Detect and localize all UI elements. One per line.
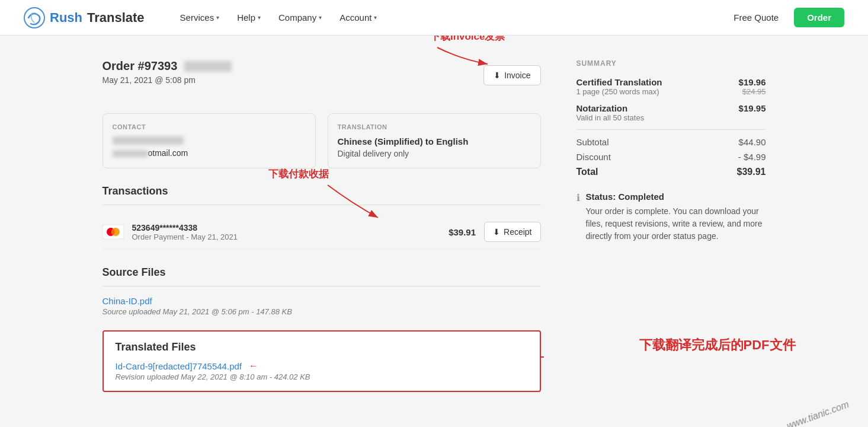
- transaction-card-number: 523649******4338: [132, 223, 441, 232]
- summary-item-certified-info: Certified Translation 1 page (250 words …: [576, 77, 662, 96]
- nav-services[interactable]: Services ▾: [180, 12, 220, 23]
- transactions-title: Transactions: [103, 185, 541, 197]
- summary-item-notarization-info: Notarization Valid in all 50 states: [576, 103, 645, 122]
- nav-actions: Free Quote Order: [728, 8, 844, 27]
- invoice-area: 下载Invoice发票 ⬇ Invoice: [483, 59, 540, 85]
- summary-discount-row: Discount - $4.99: [576, 152, 766, 162]
- invoice-arrow-svg: [437, 47, 497, 71]
- order-header-area: Order #97393 May 21, 2021 @ 5:08 pm 下载In…: [103, 59, 541, 101]
- services-chevron-icon: ▾: [216, 14, 219, 21]
- translated-file-meta: Revision uploaded May 22, 2021 @ 8:10 am…: [116, 372, 528, 381]
- contact-label: CONTACT: [113, 123, 306, 130]
- translated-files-section: Translated Files Id-Card-9[redacted]7745…: [103, 330, 541, 392]
- order-header: Order #97393 May 21, 2021 @ 5:08 pm: [103, 59, 232, 85]
- help-chevron-icon: ▾: [258, 14, 261, 21]
- contact-email: otmail.com: [113, 148, 306, 158]
- brand-rush: Rush: [50, 10, 82, 26]
- receipt-button[interactable]: ⬇ Receipt: [484, 222, 540, 242]
- status-info-icon: ℹ: [576, 192, 580, 243]
- status-content: Status: Completed Your order is complete…: [586, 192, 766, 243]
- nav-company[interactable]: Company ▾: [278, 12, 322, 23]
- summary-subtotal-row: Subtotal $44.90: [576, 137, 766, 147]
- transaction-description: Order Payment - May 21, 2021: [132, 232, 441, 241]
- contact-card: CONTACT otmail.com: [103, 113, 316, 168]
- free-quote-button[interactable]: Free Quote: [728, 9, 784, 26]
- summary-title: SUMMARY: [576, 59, 766, 68]
- source-file-link[interactable]: China-ID.pdf: [103, 296, 541, 306]
- translation-card: TRANSLATION Chinese (Simplified) to Engl…: [328, 113, 541, 168]
- transaction-row: 523649******4338 Order Payment - May 21,…: [103, 215, 541, 250]
- translated-file-row: Id-Card-9[redacted]7745544.pdf ←: [116, 361, 528, 371]
- subtotal-label: Subtotal: [576, 137, 609, 147]
- nav-help[interactable]: Help ▾: [237, 12, 261, 23]
- left-section: Order #97393 May 21, 2021 @ 5:08 pm 下载In…: [103, 59, 541, 392]
- main-container: Order #97393 May 21, 2021 @ 5:08 pm 下载In…: [79, 59, 790, 392]
- order-date: May 21, 2021 @ 5:08 pm: [103, 75, 232, 85]
- transaction-info: 523649******4338 Order Payment - May 21,…: [132, 223, 441, 241]
- transaction-amount: $39.91: [449, 227, 476, 237]
- status-box: ℹ Status: Completed Your order is comple…: [576, 192, 766, 243]
- status-label: Status: Completed: [586, 192, 766, 202]
- translation-delivery: Digital delivery only: [338, 149, 531, 158]
- total-label: Total: [576, 167, 598, 177]
- summary-item-notarization-prices: $19.95: [739, 103, 766, 113]
- translated-files-annotation: 下载翻译完成后的PDF文件: [639, 336, 796, 354]
- translated-file-link[interactable]: Id-Card-9[redacted]7745544.pdf: [116, 361, 242, 371]
- info-cards: CONTACT otmail.com TRANSLATION Chinese (…: [103, 113, 541, 168]
- navbar: RushTranslate Services ▾ Help ▾ Company …: [0, 0, 868, 36]
- nav-links: Services ▾ Help ▾ Company ▾ Account ▾: [180, 12, 728, 23]
- source-file-meta: Source uploaded May 21, 2021 @ 5:06 pm -…: [103, 307, 541, 316]
- order-number-redacted: [184, 61, 232, 72]
- account-chevron-icon: ▾: [374, 14, 377, 21]
- summary-item-notarization: Notarization Valid in all 50 states $19.…: [576, 103, 766, 122]
- brand-icon: [24, 7, 45, 28]
- discount-value: - $4.99: [738, 152, 766, 162]
- summary-item-certified-prices: $19.96 $24.95: [739, 77, 766, 96]
- receipt-download-icon: ⬇: [493, 227, 500, 237]
- company-chevron-icon: ▾: [319, 14, 322, 21]
- summary-total-row: Total $39.91: [576, 167, 766, 177]
- translated-files-title: Translated Files: [116, 341, 528, 353]
- translation-label: TRANSLATION: [338, 123, 531, 130]
- nav-account[interactable]: Account ▾: [339, 12, 377, 23]
- total-value: $39.91: [737, 167, 766, 177]
- translated-files-wrapper: 下载翻译完成后的PDF文件 Translated Files Id-Card-9…: [103, 330, 541, 392]
- translation-lang: Chinese (Simplified) to English: [338, 136, 531, 146]
- brand-logo[interactable]: RushTranslate: [24, 7, 145, 28]
- order-number: Order #97393: [103, 59, 232, 73]
- download-icon: ⬇: [494, 71, 501, 80]
- discount-label: Discount: [576, 152, 611, 162]
- translated-file-arrow-icon: ←: [249, 361, 258, 371]
- source-files-title: Source Files: [103, 266, 541, 279]
- mastercard-icon: [103, 225, 124, 239]
- watermark: www.tianic.com: [785, 399, 850, 416]
- receipt-annotation: 下载付款收据: [268, 167, 329, 181]
- source-files-section: Source Files China-ID.pdf Source uploade…: [103, 266, 541, 316]
- contact-name-redacted: [113, 136, 184, 145]
- subtotal-value: $44.90: [739, 137, 766, 147]
- status-text: Your order is complete. You can download…: [586, 205, 766, 243]
- summary-item-certified: Certified Translation 1 page (250 words …: [576, 77, 766, 96]
- contact-email-redacted: [113, 150, 148, 157]
- order-button[interactable]: Order: [794, 8, 844, 27]
- brand-translate: Translate: [87, 10, 145, 26]
- transactions-section: Transactions 下载付款收据: [103, 185, 541, 250]
